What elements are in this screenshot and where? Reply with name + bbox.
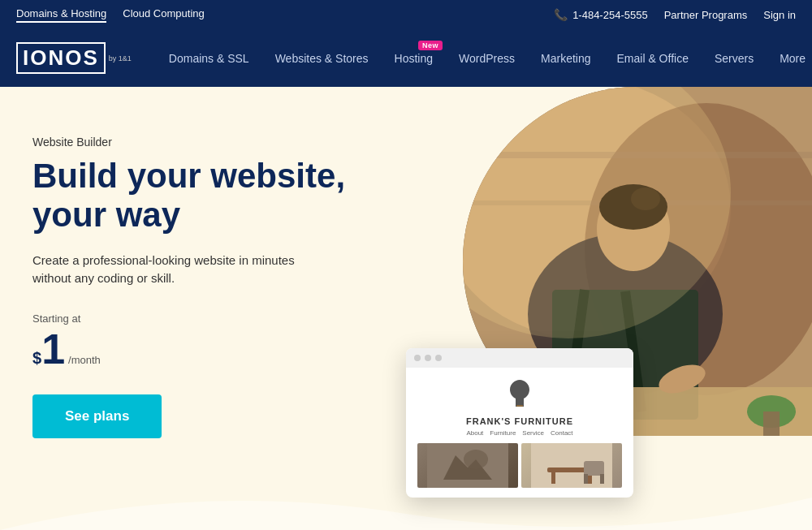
partner-programs-link[interactable]: Partner Programs <box>664 9 748 21</box>
hero-section: Website Builder Build your website, your… <box>0 87 812 530</box>
preview-nav-links: About Furniture Service Contact <box>417 429 622 437</box>
nav-item-domains[interactable]: Domains & SSL <box>156 29 262 87</box>
logo-text: IONOS <box>16 42 106 74</box>
phone-wrap: 📞 1-484-254-5555 <box>554 8 648 21</box>
svg-point-18 <box>464 450 488 469</box>
nav-items: Domains & SSL Websites & Stores Hosting … <box>156 29 812 87</box>
nav-item-wordpress[interactable]: WordPress <box>446 29 528 87</box>
preview-dot-3 <box>435 355 442 361</box>
starting-at-label: Starting at <box>32 312 345 325</box>
preview-dot-2 <box>425 355 431 361</box>
phone-number[interactable]: 1-484-254-5555 <box>572 9 648 21</box>
preview-img-1 <box>417 443 518 488</box>
nav-item-servers[interactable]: Servers <box>702 29 767 87</box>
hero-subtitle: Create a professional-looking website in… <box>32 252 325 288</box>
preview-store-name: FRANK'S FURNITURE <box>417 416 622 426</box>
top-bar-left: Domains & Hosting Cloud Computing <box>16 7 205 23</box>
preview-tree-icon <box>417 377 622 413</box>
svg-rect-24 <box>584 474 588 484</box>
svg-rect-25 <box>600 474 604 484</box>
top-bar-right: 📞 1-484-254-5555 Partner Programs Sign i… <box>554 8 796 21</box>
nav-item-marketing[interactable]: Marketing <box>528 29 603 87</box>
phone-icon: 📞 <box>554 8 568 21</box>
nav-item-hosting[interactable]: Hosting New <box>382 29 446 87</box>
preview-card-content: FRANK'S FURNITURE About Furniture Servic… <box>406 368 633 498</box>
price-wrap: $ 1 /month <box>32 328 345 370</box>
hero-title: Build your website, your way <box>32 157 345 235</box>
logo-suffix: by 1&1 <box>109 54 132 62</box>
nav-bar: IONOS by 1&1 Domains & SSL Websites & St… <box>0 29 812 87</box>
svg-rect-23 <box>584 461 604 476</box>
hero-label: Website Builder <box>32 136 345 149</box>
preview-dot-1 <box>414 355 421 361</box>
top-bar: Domains & Hosting Cloud Computing 📞 1-48… <box>0 0 812 29</box>
preview-browser-bar <box>406 348 633 368</box>
domains-hosting-link[interactable]: Domains & Hosting <box>16 7 106 23</box>
price-amount: 1 <box>41 328 65 370</box>
new-badge: New <box>418 41 443 50</box>
svg-rect-15 <box>763 412 780 436</box>
see-plans-button[interactable]: See plans <box>32 394 162 438</box>
website-preview-card: FRANK'S FURNITURE About Furniture Servic… <box>406 348 633 498</box>
preview-img-2 <box>521 443 622 488</box>
preview-images <box>417 443 622 488</box>
nav-more[interactable]: More <box>767 52 812 65</box>
cloud-computing-link[interactable]: Cloud Computing <box>123 7 204 23</box>
hero-content: Website Builder Build your website, your… <box>0 87 378 471</box>
nav-item-email-office[interactable]: Email & Office <box>603 29 701 87</box>
logo[interactable]: IONOS by 1&1 <box>16 42 132 74</box>
price-period: /month <box>68 354 101 366</box>
sign-in-link[interactable]: Sign in <box>763 9 796 21</box>
price-currency: $ <box>32 349 41 368</box>
nav-item-websites-stores[interactable]: Websites & Stores <box>262 29 382 87</box>
svg-rect-21 <box>551 472 555 484</box>
